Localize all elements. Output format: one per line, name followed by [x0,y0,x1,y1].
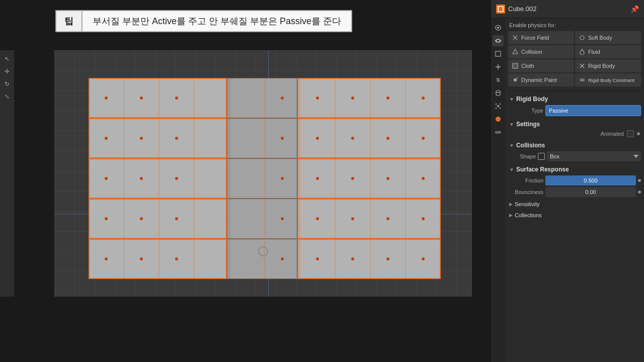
rigid-body-button[interactable]: Rigid Body [575,59,641,72]
settings-section-header[interactable]: ▼ Settings [508,118,641,130]
sidebar-icon-constraints[interactable] [493,74,504,85]
sensitivity-collapse-arrow: ▶ [509,202,513,207]
vertex-dot [140,257,143,260]
tip-label: 팁 [55,10,83,32]
rigid-body-section-header[interactable]: ▼ Rigid Body [508,93,641,105]
svg-point-27 [496,90,500,93]
fluid-button[interactable]: Fluid [575,45,641,58]
sidebar-icons [491,18,505,362]
rigid-body-icon [579,62,586,69]
vertex-dot [351,217,354,220]
vertex-dot [281,257,284,260]
mesh-cell-normal [227,199,297,239]
animated-dot [637,132,640,135]
rigid-body-constraint-label: Rigid Body Constraint [588,77,634,83]
sidebar-icon-object[interactable] [493,48,504,59]
physics-buttons-grid: Force Field Soft Body Collision [508,31,641,86]
vertex-dot [351,257,354,260]
settings-section-label: Settings [516,121,540,128]
surface-response-collapse-arrow: ▼ [509,167,514,172]
vertex-dot [386,217,389,220]
vertex-dot [351,97,354,100]
vertex-dot [351,137,354,140]
mesh-cell [89,158,227,199]
shape-row: Shape Box Sphere Capsule Cone Convex Hul… [508,151,641,161]
fluid-label: Fluid [588,49,600,55]
surface-response-section-header[interactable]: ▼ Surface Response [508,163,641,175]
svg-point-29 [496,104,497,105]
svg-point-30 [500,104,501,105]
divider-1 [508,90,641,91]
sidebar-icon-modifier[interactable] [493,61,504,72]
cloth-button[interactable]: Cloth [508,59,574,72]
svg-point-25 [497,27,499,29]
animated-row: Animated [508,130,641,137]
rigid-body-constraint-button[interactable]: Rigid Body Constraint [575,73,641,86]
panel-header: Cube.002 📌 [491,0,644,18]
vertex-dot [105,97,108,100]
vertex-dot [175,137,178,140]
soft-body-label: Soft Body [588,35,612,41]
collision-label: Collision [521,49,542,55]
sidebar-icon-material[interactable] [493,114,504,125]
soft-body-button[interactable]: Soft Body [575,31,641,44]
animated-label: Animated [601,131,624,137]
type-dropdown[interactable]: Passive Active [545,105,641,116]
tool-move[interactable]: ✛ [2,66,13,77]
force-field-button[interactable]: Force Field [508,31,574,44]
collections-section-header[interactable]: ▶ Collections [508,210,641,221]
tool-cursor[interactable]: ↖ [2,53,13,64]
vertex-dot [422,97,425,100]
bounciness-input[interactable] [545,187,636,197]
rigid-body-collapse-arrow: ▼ [509,97,514,102]
right-panel: Cube.002 📌 Enable [491,0,644,362]
collisions-section-header[interactable]: ▼ Collisions [508,139,641,151]
vertex-dot [140,97,143,100]
tip-area: 팁 부서질 부분만 Active를 주고 안 부쉐질 부분은 Passive를 … [55,10,352,32]
mesh-cell-normal [227,239,297,279]
force-field-label: Force Field [521,35,549,41]
collisions-section-label: Collisions [516,142,545,149]
animated-checkbox[interactable] [627,130,634,137]
sidebar-icon-physics[interactable] [493,35,504,46]
vertex-dot [175,257,178,260]
vertex-dot [316,257,319,260]
vertex-dot [105,257,108,260]
collisions-collapse-arrow: ▼ [509,143,514,148]
vertex-dot [140,177,143,180]
tool-rotate[interactable]: ↻ [2,78,13,89]
vertex-dot [105,177,108,180]
pin-icon[interactable]: 📌 [630,5,639,13]
rigid-body-section-label: Rigid Body [516,96,548,103]
vertex-dot [316,217,319,220]
vertex-dot [351,177,354,180]
vertex-dot [386,137,389,140]
viewport: // We'll generate vertex dots via JS aft… [54,50,472,297]
enable-physics-label: Enable physics for: [508,22,641,28]
settings-collapse-arrow: ▼ [509,122,514,127]
dynamic-paint-button[interactable]: Dynamic Paint [508,73,574,86]
mesh-cell-normal [227,78,297,118]
tool-scale[interactable]: ⤡ [2,91,13,102]
sensitivity-section-header[interactable]: ▶ Sensitivity [508,199,641,210]
friction-dot [638,179,641,182]
soft-body-icon [579,34,586,41]
shape-dropdown[interactable]: Box Sphere Capsule Cone Convex Hull Mesh [547,151,641,161]
sidebar-icon-other[interactable] [493,127,504,138]
svg-rect-26 [496,51,501,56]
vertex-dot [281,97,284,100]
dynamic-paint-label: Dynamic Paint [521,77,557,83]
sidebar-icon-scene[interactable] [493,22,504,33]
svg-point-36 [580,36,584,40]
svg-rect-38 [513,63,518,68]
sensitivity-label: Sensitivity [515,201,540,207]
friction-input[interactable] [545,175,636,186]
collision-button[interactable]: Collision [508,45,574,58]
sidebar-icon-data[interactable] [493,87,504,99]
friction-row: Friction [508,175,641,186]
vertex-dot [316,137,319,140]
vertex-dot [316,97,319,100]
panel-content: Enable physics for: Force Field Soft Bod… [505,18,644,362]
svg-rect-23 [498,7,503,12]
sidebar-icon-particles[interactable] [493,101,504,112]
